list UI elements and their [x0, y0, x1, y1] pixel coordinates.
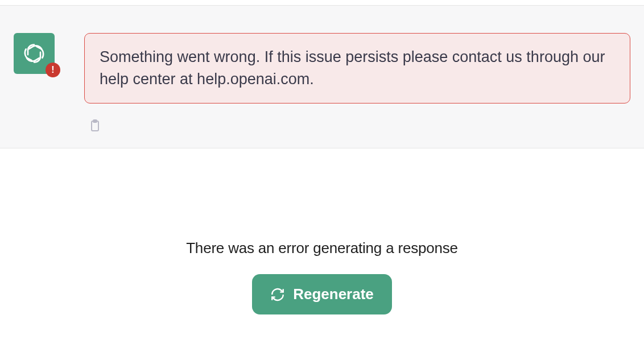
message-actions — [86, 117, 630, 134]
error-badge: ! — [46, 63, 60, 77]
openai-logo-svg — [22, 41, 47, 66]
clipboard-icon — [88, 119, 102, 133]
top-divider — [0, 0, 644, 6]
assistant-avatar: ! — [14, 33, 55, 74]
error-status-text: There was an error generating a response — [0, 239, 644, 257]
footer-area: There was an error generating a response… — [0, 148, 644, 314]
refresh-icon — [270, 287, 285, 302]
regenerate-label: Regenerate — [293, 285, 374, 303]
assistant-message-row: ! Something went wrong. If this issue pe… — [0, 6, 644, 148]
regenerate-button[interactable]: Regenerate — [252, 274, 392, 314]
message-body: Something went wrong. If this issue pers… — [84, 33, 630, 134]
error-message: Something went wrong. If this issue pers… — [84, 33, 630, 104]
exclamation-icon: ! — [51, 65, 54, 74]
copy-button[interactable] — [86, 117, 104, 134]
